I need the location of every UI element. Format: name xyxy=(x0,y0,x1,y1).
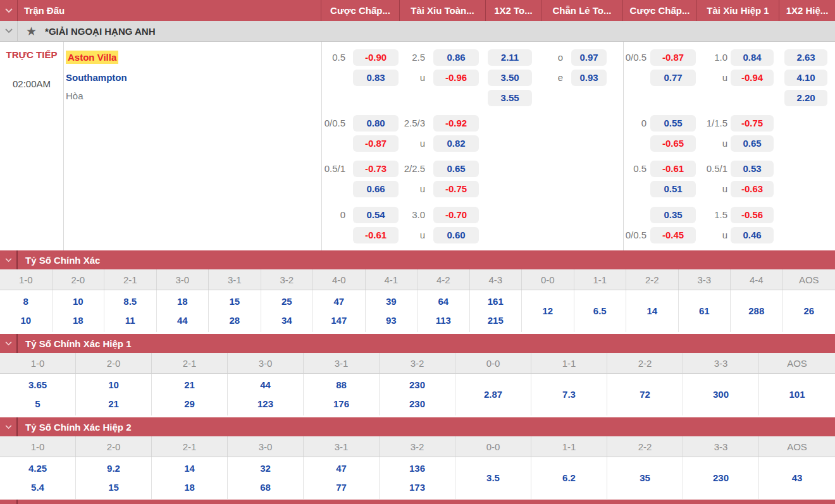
score-odds-value[interactable]: 10 xyxy=(108,379,119,391)
odds-pill[interactable]: -0.73 xyxy=(353,161,399,177)
score-odds-value[interactable]: 300 xyxy=(713,388,729,401)
odds-pill[interactable]: 2.63 xyxy=(784,49,827,66)
score-odds-value[interactable]: 147 xyxy=(331,314,347,327)
odds-pill[interactable]: -0.96 xyxy=(433,70,479,86)
odds-pill[interactable]: 0.84 xyxy=(731,49,774,66)
score-odds-value[interactable]: 2.87 xyxy=(484,388,502,401)
score-odds-value[interactable]: 10 xyxy=(20,314,31,327)
score-odds-value[interactable]: 34 xyxy=(281,314,292,327)
header-column-1x2-h1[interactable]: 1X2 Hiệ... xyxy=(779,0,835,21)
score-odds-value[interactable]: 123 xyxy=(257,398,273,410)
score-odds-value[interactable]: 288 xyxy=(748,305,764,317)
score-odds-value[interactable]: 14 xyxy=(184,462,195,475)
score-odds-value[interactable]: 25 xyxy=(281,295,292,308)
score-odds-value[interactable]: 173 xyxy=(409,481,425,494)
score-odds-value[interactable]: 47 xyxy=(336,462,347,475)
odds-pill[interactable]: 3.55 xyxy=(488,90,532,106)
score-odds-value[interactable]: 101 xyxy=(789,388,805,401)
score-odds-value[interactable]: 21 xyxy=(184,379,195,391)
score-odds-value[interactable]: 10 xyxy=(73,295,84,308)
odds-pill[interactable]: -0.75 xyxy=(731,115,774,132)
score-odds-value[interactable]: 15 xyxy=(108,481,119,494)
header-column-handicap-h1[interactable]: Cược Chấp... xyxy=(623,0,697,21)
odds-pill[interactable]: 2.11 xyxy=(488,49,532,66)
odds-pill[interactable]: 0.86 xyxy=(433,49,479,66)
odds-pill[interactable]: 0.60 xyxy=(433,227,479,243)
score-odds-value[interactable]: 14 xyxy=(646,305,657,317)
header-column-overunder-ft[interactable]: Tài Xỉu Toàn... xyxy=(400,0,486,21)
odds-pill[interactable]: 0.55 xyxy=(650,115,696,132)
score-odds-value[interactable]: 230 xyxy=(713,472,729,484)
odds-pill[interactable]: -0.87 xyxy=(650,49,696,66)
odds-pill[interactable]: -0.92 xyxy=(433,115,479,132)
score-odds-value[interactable]: 176 xyxy=(333,398,349,410)
odds-pill[interactable]: -0.90 xyxy=(353,49,399,66)
score-odds-value[interactable]: 3.65 xyxy=(28,379,47,391)
score-odds-value[interactable]: 61 xyxy=(699,305,710,317)
odds-pill[interactable]: 0.46 xyxy=(731,227,774,243)
score-odds-value[interactable]: 230 xyxy=(409,379,425,391)
header-column-1x2-ft[interactable]: 1X2 To... xyxy=(486,0,541,21)
odds-pill[interactable]: 0.93 xyxy=(571,70,607,86)
score-odds-value[interactable]: 11 xyxy=(125,314,135,327)
header-column-oddeven-ft[interactable]: Chẵn Lẻ To... xyxy=(541,0,623,21)
odds-pill[interactable]: 4.10 xyxy=(784,70,827,86)
odds-pill[interactable]: -0.61 xyxy=(650,161,696,177)
score-odds-value[interactable]: 18 xyxy=(177,295,188,308)
header-column-match[interactable]: Trận Đấu xyxy=(18,0,321,21)
score-odds-value[interactable]: 43 xyxy=(792,472,803,484)
score-odds-value[interactable]: 18 xyxy=(73,314,84,327)
chevron-down-icon[interactable] xyxy=(0,21,18,41)
score-odds-value[interactable]: 88 xyxy=(336,379,347,391)
score-odds-value[interactable]: 8.5 xyxy=(123,295,137,308)
score-odds-value[interactable]: 93 xyxy=(386,314,397,327)
chevron-down-icon[interactable] xyxy=(0,250,18,269)
score-odds-value[interactable]: 8 xyxy=(23,295,28,308)
star-icon[interactable]: ★ xyxy=(26,25,37,37)
odds-pill[interactable]: 0.65 xyxy=(433,161,479,177)
odds-pill[interactable]: 0.77 xyxy=(650,70,696,86)
score-odds-value[interactable]: 28 xyxy=(229,314,240,327)
score-odds-value[interactable]: 136 xyxy=(409,462,425,475)
odds-pill[interactable]: -0.87 xyxy=(353,135,399,152)
score-odds-value[interactable]: 32 xyxy=(260,462,271,475)
score-odds-value[interactable]: 161 xyxy=(488,295,504,308)
odds-pill[interactable]: 0.51 xyxy=(650,181,696,197)
score-odds-value[interactable]: 215 xyxy=(488,314,504,327)
score-odds-value[interactable]: 15 xyxy=(229,295,240,308)
score-odds-value[interactable]: 12 xyxy=(542,305,553,317)
score-odds-value[interactable]: 72 xyxy=(640,388,650,401)
header-column-handicap-ft[interactable]: Cược Chấp... xyxy=(321,0,400,21)
score-odds-value[interactable]: 44 xyxy=(177,314,188,327)
score-odds-value[interactable]: 230 xyxy=(409,398,425,410)
score-odds-value[interactable]: 44 xyxy=(260,379,271,391)
odds-pill[interactable]: 0.65 xyxy=(731,135,774,152)
odds-pill[interactable]: -0.65 xyxy=(650,135,696,152)
score-odds-value[interactable]: 6.2 xyxy=(562,472,576,484)
score-odds-value[interactable]: 26 xyxy=(803,305,814,317)
score-odds-value[interactable]: 68 xyxy=(260,481,271,494)
odds-pill[interactable]: 0.97 xyxy=(571,49,607,66)
odds-pill[interactable]: -0.75 xyxy=(433,181,479,197)
odds-pill[interactable]: -0.70 xyxy=(433,207,479,223)
odds-pill[interactable]: 3.50 xyxy=(488,70,532,86)
odds-pill[interactable]: 0.82 xyxy=(433,135,479,152)
chevron-down-icon[interactable] xyxy=(0,334,18,353)
score-odds-value[interactable]: 39 xyxy=(386,295,397,308)
odds-pill[interactable]: -0.56 xyxy=(731,207,774,223)
odds-pill[interactable]: -0.94 xyxy=(731,70,774,86)
score-odds-value[interactable]: 47 xyxy=(333,295,344,308)
odds-pill[interactable]: 2.20 xyxy=(784,90,827,106)
odds-pill[interactable]: -0.61 xyxy=(353,227,399,243)
odds-pill[interactable]: -0.63 xyxy=(731,181,774,197)
score-odds-value[interactable]: 9.2 xyxy=(107,462,120,475)
score-odds-value[interactable]: 7.3 xyxy=(562,388,576,401)
score-odds-value[interactable]: 113 xyxy=(436,314,451,327)
score-odds-value[interactable]: 5.4 xyxy=(31,481,44,494)
score-odds-value[interactable]: 5 xyxy=(35,398,40,410)
odds-pill[interactable]: -0.45 xyxy=(650,227,696,243)
odds-pill[interactable]: 0.66 xyxy=(353,181,399,197)
odds-pill[interactable]: 0.35 xyxy=(650,207,696,223)
score-odds-value[interactable]: 3.5 xyxy=(486,472,500,484)
score-odds-value[interactable]: 35 xyxy=(640,472,650,484)
